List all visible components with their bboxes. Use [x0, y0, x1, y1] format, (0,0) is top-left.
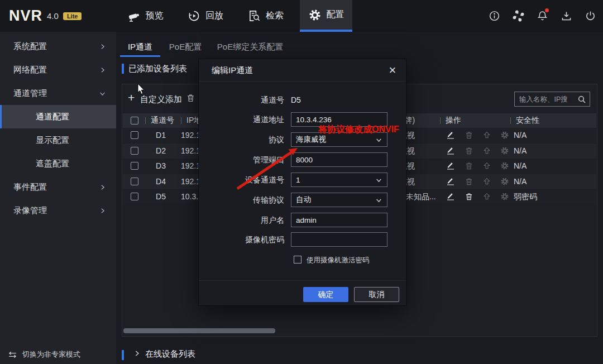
column-divider — [510, 117, 511, 124]
nav-preview[interactable]: 预览 — [118, 0, 172, 32]
annotation-arrow — [226, 141, 307, 194]
sidebar-item-recording-management[interactable]: 录像管理 — [0, 199, 116, 222]
info-icon[interactable] — [488, 10, 500, 22]
settings-icon[interactable] — [500, 131, 509, 140]
device-search-input[interactable] — [518, 95, 577, 104]
mouse-cursor-icon — [137, 84, 145, 95]
column-divider — [440, 117, 441, 124]
edit-icon[interactable] — [446, 131, 455, 140]
search-icon[interactable] — [577, 95, 586, 104]
col-security: 安全性 — [516, 116, 539, 126]
horizontal-scrollbar[interactable] — [123, 328, 275, 333]
switch-mode-button[interactable]: 切换为非专家模式 — [8, 349, 80, 360]
row-checkbox[interactable] — [131, 147, 138, 155]
tab-ip-channel[interactable]: IP通道 — [120, 37, 160, 57]
dialog-header: 编辑IP通道 × — [199, 59, 406, 82]
status-icon-group — [488, 0, 596, 32]
sidebar-item-display-config[interactable]: 显示配置 — [0, 128, 116, 152]
nvr-app: NVR 4.0 Lite 预览 回放 检索 配置 — [0, 0, 603, 364]
chevron-right-icon — [99, 66, 106, 74]
trash-icon[interactable] — [186, 93, 195, 103]
sidebar-item-label: 录像管理 — [13, 205, 47, 216]
upgrade-icon[interactable] — [482, 146, 491, 155]
ok-button[interactable]: 确定 — [303, 287, 348, 302]
trash-icon[interactable] — [465, 177, 473, 186]
field-transport: 传输协议 自动 — [199, 193, 406, 207]
online-devices-title[interactable]: 在线设备列表 — [145, 349, 195, 360]
search-doc-icon — [248, 9, 261, 22]
annotation-text: 将协议修改成ONVIF — [318, 124, 399, 136]
upgrade-icon[interactable] — [482, 131, 491, 140]
field-label: 通道号 — [199, 93, 284, 107]
bell-icon[interactable] — [536, 10, 548, 22]
sidebar-item-event-config[interactable]: 事件配置 — [0, 175, 116, 199]
edit-icon[interactable] — [446, 177, 455, 186]
cell-channel: D1 — [147, 131, 174, 140]
camera-password-input[interactable] — [291, 232, 387, 247]
trash-icon[interactable] — [465, 192, 473, 201]
section-accent-bar — [122, 64, 124, 74]
sidebar-item-privacy-mask-config[interactable]: 遮盖配置 — [0, 152, 116, 175]
username-input[interactable] — [291, 213, 387, 227]
edit-icon[interactable] — [446, 146, 455, 155]
edit-icon[interactable] — [446, 161, 455, 170]
channel-no-value: D5 — [291, 93, 301, 107]
settings-icon[interactable] — [500, 177, 509, 186]
sidebar-item-system-config[interactable]: 系统配置 — [0, 35, 116, 58]
playback-icon — [188, 9, 200, 22]
settings-icon[interactable] — [500, 161, 509, 170]
select-all-checkbox[interactable] — [131, 117, 138, 124]
cell-ip: 192.1 — [181, 161, 200, 170]
edit-icon[interactable] — [446, 192, 455, 201]
power-icon[interactable] — [584, 10, 596, 22]
cell-channel: D2 — [147, 146, 174, 155]
nav-config[interactable]: 配置 — [300, 0, 352, 32]
upgrade-icon[interactable] — [482, 192, 491, 201]
tab-label: PoE绑定关系配置 — [217, 42, 283, 52]
swap-icon — [8, 351, 17, 359]
added-devices-title: 已添加设备列表 — [128, 64, 187, 74]
upgrade-icon[interactable] — [482, 177, 491, 186]
transport-protocol-select[interactable]: 自动 — [291, 193, 387, 207]
logo-version: 4.0 — [47, 11, 59, 21]
settings-icon[interactable] — [500, 146, 509, 155]
row-checkbox[interactable] — [131, 193, 138, 200]
custom-add-button[interactable]: 自定义添加 — [140, 94, 182, 105]
nav-search-label: 检索 — [266, 10, 284, 22]
nav-search[interactable]: 检索 — [239, 0, 293, 32]
chevron-down-icon — [375, 176, 382, 184]
upgrade-icon[interactable] — [482, 161, 491, 170]
chevron-right-icon[interactable] — [133, 349, 141, 357]
sidebar-item-label: 遮盖配置 — [36, 159, 69, 169]
topbar: NVR 4.0 Lite 预览 回放 检索 配置 — [0, 0, 603, 32]
download-icon[interactable] — [560, 10, 572, 22]
sidebar-item-network-config[interactable]: 网络配置 — [0, 58, 116, 82]
camera-icon — [127, 9, 141, 23]
chevron-down-icon — [375, 197, 382, 204]
close-icon[interactable]: × — [385, 63, 400, 78]
tab-poe-config[interactable]: PoE配置 — [166, 37, 205, 57]
field-label: 用户名 — [199, 213, 284, 227]
pinwheel-icon[interactable] — [512, 10, 524, 22]
cell-ip: 192.1 — [181, 146, 200, 155]
sidebar-item-channel-management[interactable]: 通道管理 — [0, 82, 116, 105]
row-checkbox[interactable] — [131, 178, 138, 185]
trash-icon[interactable] — [465, 131, 473, 140]
row-checkbox[interactable] — [131, 131, 138, 139]
nav-playback[interactable]: 回放 — [179, 0, 232, 32]
trash-icon[interactable] — [465, 161, 473, 170]
chevron-down-icon — [375, 136, 382, 143]
cancel-button[interactable]: 取消 — [354, 287, 399, 302]
sidebar-item-channel-config[interactable]: 通道配置 — [0, 105, 116, 128]
sidebar-item-label: 通道配置 — [36, 112, 69, 122]
gear-icon — [308, 8, 322, 22]
use-activation-password-checkbox[interactable] — [294, 256, 302, 264]
chevron-right-icon — [99, 184, 106, 191]
nav-playback-label: 回放 — [205, 10, 223, 22]
row-checkbox[interactable] — [131, 162, 138, 170]
cell-security: N/A — [514, 161, 527, 170]
tab-poe-binding-config[interactable]: PoE绑定关系配置 — [217, 37, 284, 57]
trash-icon[interactable] — [465, 146, 473, 155]
settings-icon[interactable] — [500, 192, 509, 201]
chevron-down-icon — [99, 90, 106, 97]
